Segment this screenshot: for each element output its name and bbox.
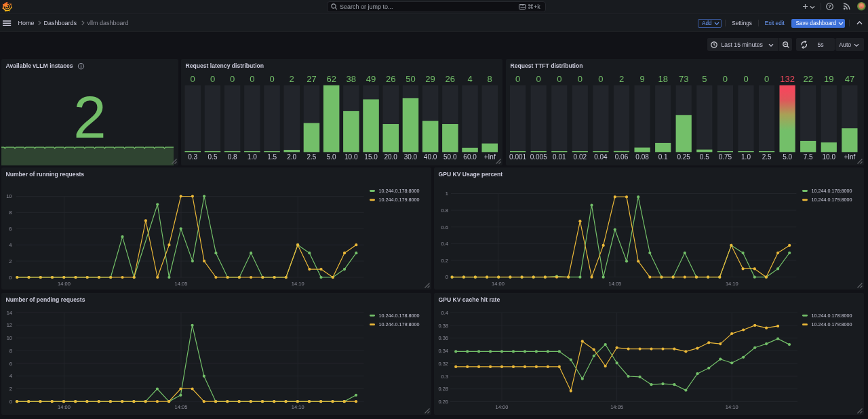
svg-text:20.0: 20.0 <box>384 153 397 161</box>
svg-text:Number of running requests: Number of running requests <box>6 171 85 178</box>
svg-text:2.5: 2.5 <box>762 153 772 161</box>
svg-text:GPU KV cache hit rate: GPU KV cache hit rate <box>439 296 500 303</box>
svg-text:0: 0 <box>446 274 448 280</box>
svg-text:40.0: 40.0 <box>424 153 437 161</box>
svg-text:Number of pending requests: Number of pending requests <box>6 296 85 303</box>
svg-text:26: 26 <box>386 74 395 84</box>
svg-text:49: 49 <box>366 74 376 84</box>
svg-text:2: 2 <box>290 74 294 84</box>
svg-text:10.0: 10.0 <box>344 153 358 161</box>
svg-text:60.0: 60.0 <box>463 153 477 161</box>
svg-text:0.3: 0.3 <box>188 153 197 161</box>
svg-text:0.3: 0.3 <box>441 374 448 380</box>
svg-text:0: 0 <box>269 74 274 84</box>
svg-text:5.0: 5.0 <box>783 153 792 161</box>
svg-text:0.36: 0.36 <box>438 335 448 341</box>
svg-text:Request TTFT distribution: Request TTFT distribution <box>511 62 583 69</box>
svg-text:6: 6 <box>9 361 12 367</box>
svg-text:0.4: 0.4 <box>441 241 448 247</box>
svg-text:14:00: 14:00 <box>492 281 505 287</box>
svg-text:132: 132 <box>780 74 795 84</box>
svg-text:1.5: 1.5 <box>267 153 277 161</box>
svg-text:0: 0 <box>191 74 195 84</box>
svg-text:0.04: 0.04 <box>594 153 608 161</box>
svg-text:0.2: 0.2 <box>441 258 448 264</box>
svg-text:4: 4 <box>9 373 12 379</box>
svg-text:12: 12 <box>7 322 12 328</box>
svg-text:14:00: 14:00 <box>496 404 509 410</box>
svg-text:10: 10 <box>6 193 12 199</box>
svg-text:0: 0 <box>578 74 583 84</box>
svg-text:0.5: 0.5 <box>208 153 218 161</box>
svg-text:8: 8 <box>9 210 12 216</box>
svg-text:47: 47 <box>845 74 854 84</box>
svg-text:14:10: 14:10 <box>726 281 738 287</box>
svg-text:0.25: 0.25 <box>677 153 690 161</box>
svg-text:0: 0 <box>9 399 12 405</box>
svg-text:26: 26 <box>446 74 455 84</box>
svg-text:10.244.0.179:8000: 10.244.0.179:8000 <box>812 321 852 327</box>
svg-text:14:05: 14:05 <box>609 281 622 287</box>
svg-text:0.75: 0.75 <box>719 153 732 161</box>
svg-text:0: 0 <box>598 74 603 84</box>
svg-text:+Inf: +Inf <box>844 153 855 161</box>
svg-text:7.5: 7.5 <box>804 153 813 161</box>
svg-text:14:05: 14:05 <box>175 281 188 287</box>
svg-text:27: 27 <box>307 74 316 84</box>
svg-text:1.0: 1.0 <box>248 153 257 161</box>
svg-text:10.244.0.178:8000: 10.244.0.178:8000 <box>812 188 852 194</box>
svg-text:14:10: 14:10 <box>292 404 304 410</box>
svg-text:29: 29 <box>425 74 435 84</box>
svg-text:0: 0 <box>557 74 561 84</box>
svg-text:0.32: 0.32 <box>438 361 448 367</box>
svg-text:2.5: 2.5 <box>307 153 316 161</box>
svg-text:10: 10 <box>7 335 12 341</box>
svg-text:50: 50 <box>406 74 415 84</box>
svg-text:14:00: 14:00 <box>58 404 71 410</box>
svg-text:2: 2 <box>9 386 12 392</box>
svg-text:38: 38 <box>347 74 356 84</box>
svg-text:8: 8 <box>488 74 492 84</box>
svg-text:0.08: 0.08 <box>635 153 649 161</box>
svg-text:0: 0 <box>230 74 235 84</box>
svg-text:0.4: 0.4 <box>441 310 448 316</box>
svg-text:15.0: 15.0 <box>364 153 378 161</box>
svg-text:10.244.0.178:8000: 10.244.0.178:8000 <box>812 313 852 319</box>
svg-text:0: 0 <box>250 74 254 84</box>
svg-text:0: 0 <box>210 74 215 84</box>
svg-text:5.0: 5.0 <box>327 153 336 161</box>
svg-text:62: 62 <box>326 74 336 84</box>
svg-text:0.01: 0.01 <box>553 153 566 161</box>
svg-text:22: 22 <box>803 74 812 84</box>
svg-text:0.8: 0.8 <box>441 207 448 214</box>
svg-text:14:05: 14:05 <box>610 404 623 410</box>
svg-text:14:00: 14:00 <box>58 281 71 287</box>
svg-text:0.001: 0.001 <box>509 153 526 161</box>
svg-text:14:10: 14:10 <box>726 404 738 410</box>
svg-text:1: 1 <box>446 191 448 197</box>
svg-text:9: 9 <box>639 74 644 84</box>
svg-text:10.244.0.179:8000: 10.244.0.179:8000 <box>379 197 420 203</box>
svg-text:0: 0 <box>723 74 728 84</box>
svg-text:+Inf: +Inf <box>484 153 496 161</box>
svg-text:0: 0 <box>743 74 748 84</box>
svg-text:0.005: 0.005 <box>530 153 547 161</box>
svg-text:4: 4 <box>467 74 472 84</box>
svg-text:10.0: 10.0 <box>823 153 836 161</box>
svg-text:14:10: 14:10 <box>292 281 304 287</box>
svg-text:18: 18 <box>658 74 667 84</box>
svg-text:0.34: 0.34 <box>438 348 448 354</box>
svg-text:0: 0 <box>515 74 520 84</box>
svg-text:0.1: 0.1 <box>658 153 668 161</box>
svg-text:0: 0 <box>9 275 12 281</box>
svg-text:6: 6 <box>9 226 12 232</box>
svg-text:10.244.0.179:8000: 10.244.0.179:8000 <box>379 321 420 327</box>
svg-text:10.244.0.179:8000: 10.244.0.179:8000 <box>812 197 852 203</box>
svg-text:73: 73 <box>679 74 688 84</box>
svg-text:10.244.0.178:8000: 10.244.0.178:8000 <box>379 188 420 194</box>
svg-text:0: 0 <box>764 74 769 84</box>
svg-text:0.5: 0.5 <box>700 153 709 161</box>
svg-text:0.02: 0.02 <box>574 153 587 161</box>
svg-text:14: 14 <box>7 310 12 316</box>
svg-text:2: 2 <box>619 74 624 84</box>
